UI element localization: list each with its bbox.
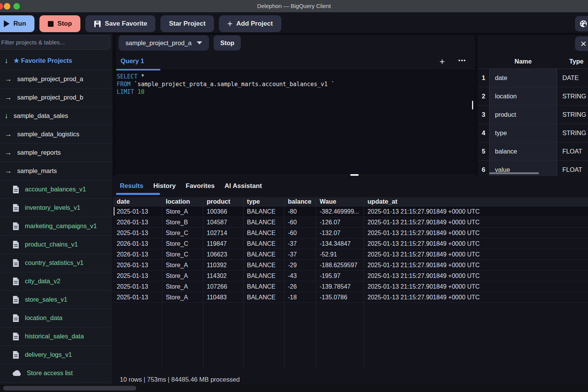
col-header-date[interactable]: date — [113, 198, 162, 205]
schema-row[interactable]: 1 date DATE — [478, 69, 588, 87]
project-selector-dropdown[interactable]: sample_project_prod_a — [119, 35, 209, 51]
cell-update-at: 2025-01-13 21:15:27.901849 +0000 UTC — [364, 262, 588, 269]
column-divider — [284, 197, 284, 369]
sidebar-item[interactable]: ↓ → sample_reports — [0, 144, 113, 162]
sidebar-item[interactable]: ↓ → city_data_v2 — [0, 272, 113, 291]
table-row[interactable]: 2026-01-13 Store_A 110392 BALANCE -29 -1… — [113, 260, 588, 271]
results-tab[interactable]: Favorites — [186, 182, 215, 190]
schema-row[interactable]: 2 location STRING — [478, 87, 588, 106]
file-icon — [12, 296, 20, 304]
tab-query-1[interactable]: Query 1 — [121, 57, 144, 65]
table-row[interactable]: 2025-01-13 Store_C 102714 BALANCE -60 -1… — [113, 228, 588, 238]
table-row[interactable]: 2025-01-13 Store_A 110483 BALANCE -18 -1… — [113, 292, 588, 303]
col-header-location[interactable]: location — [162, 198, 203, 205]
cell-location: Store_A — [162, 273, 203, 279]
table-row[interactable]: 2025-01-13 Store_A 100366 BALANCE -80 -3… — [113, 206, 588, 217]
editor-scrollbar-thumb[interactable] — [472, 101, 473, 109]
sidebar-item[interactable]: ↓ → product_chains_v1 — [0, 235, 113, 254]
cell-type: BALANCE — [243, 208, 284, 215]
sidebar-item[interactable]: ↓ → country_statistics_v1 — [0, 254, 113, 272]
splitter-drag-handle[interactable] — [350, 174, 359, 176]
table-row[interactable]: 2026-01-13 Store_C 106623 BALANCE -37 -5… — [113, 249, 588, 260]
star-project-button[interactable]: Star Project — [160, 15, 214, 32]
sidebar-item[interactable]: ↓ → Store access list — [0, 364, 113, 382]
col-header-value[interactable]: Waue — [316, 198, 364, 205]
add-project-button[interactable]: + Add Project — [219, 15, 281, 32]
results-header-row: date location product type balance Waue … — [113, 197, 588, 206]
sidebar-item[interactable]: ↓ → delivery_logs_v1 — [0, 346, 113, 364]
results-tab[interactable]: AI Assistant — [225, 182, 262, 190]
sidebar-item[interactable]: ↓ → inventory_levels_v1 — [0, 199, 113, 217]
stop-square-icon — [48, 21, 54, 27]
cell-value: -188.6259597 — [316, 262, 364, 269]
results-tab[interactable]: History — [153, 182, 176, 190]
cell-update-at: 2025-01-13 21:15:27.901849 +0000 UTC — [364, 283, 588, 290]
col-header-type[interactable]: type — [243, 198, 284, 205]
new-query-tab-button[interactable]: + — [439, 56, 445, 67]
sidebar-item[interactable]: ↓ → store_sales_v1 — [0, 291, 113, 309]
sidebar-item[interactable]: ↓ → sample_data_logistics — [0, 125, 113, 144]
cell-location: Store_A — [162, 208, 203, 215]
title-bar: Delephon — BigQuery Client — [0, 0, 588, 12]
col-header-update-at[interactable]: update_at — [364, 198, 588, 205]
sidebar-item[interactable]: ↓ → sample_project_prod_a — [0, 70, 113, 88]
arrow-right-icon: → — [5, 75, 12, 83]
sidebar-item[interactable]: ↓ → sample_marts — [0, 162, 113, 180]
cell-update-at: 2025-01-13 21:15:27.901849 +0000 UTC — [364, 240, 588, 247]
table-row[interactable]: 2026-01-13 Store_B 104587 BALANCE -60 -1… — [113, 217, 588, 228]
table-row[interactable]: 2025-01-13 Store_A 107266 BALANCE -26 -1… — [113, 281, 588, 292]
close-panel-button[interactable]: × — [575, 36, 588, 51]
stop-button[interactable]: Stop — [39, 15, 80, 32]
project-tree: ↓ → ★ Favorite Projects ↓ → — [0, 52, 113, 382]
column-divider — [316, 197, 316, 369]
bottom-scrollbar-thumb[interactable] — [3, 386, 136, 390]
sql-code-area[interactable]: SELECT * FROM `sample_project_prota_a.sa… — [116, 70, 475, 174]
schema-row[interactable]: 3 product STRING — [478, 106, 588, 124]
sidebar-item-label: ★ Favorite Projects — [14, 57, 72, 64]
table-row[interactable]: 2026-01-13 Store_C 119847 BALANCE -37 -1… — [113, 238, 588, 249]
column-divider — [364, 197, 364, 369]
col-header-balance[interactable]: balance — [284, 198, 316, 205]
sidebar-item[interactable]: ↓ → sample_project_prod_b — [0, 88, 113, 107]
table-row[interactable]: 2025-01-13 Store_A 114302 BALANCE -43 -1… — [113, 271, 588, 281]
results-tab[interactable]: Results — [120, 182, 143, 190]
cell-product: 104587 — [203, 219, 243, 226]
sidebar-item[interactable]: ↓ → account_balances_v1 — [0, 180, 113, 199]
tab-menu-button[interactable]: ••• — [458, 57, 466, 64]
cell-product: 114302 — [203, 273, 243, 279]
schema-scrollbar-thumb[interactable] — [489, 172, 539, 174]
schema-row-number: 6 — [478, 161, 489, 176]
schema-row[interactable]: 5 balance FLOAT — [478, 142, 588, 161]
sidebar-item-label: sample_data_logistics — [17, 131, 79, 138]
theme-palette-button[interactable] — [575, 16, 588, 31]
column-divider — [203, 197, 203, 369]
cell-product: 107266 — [203, 283, 243, 290]
query-stop-button[interactable]: Stop — [214, 35, 241, 51]
cell-balance: -18 — [284, 294, 316, 301]
sidebar-item[interactable]: ↓ → location_data — [0, 309, 113, 327]
schema-type-header: Type — [557, 58, 588, 65]
sidebar-item[interactable]: ↓ → historical_sales_data — [0, 327, 113, 346]
chevron-down-icon — [197, 41, 202, 44]
sidebar-item[interactable]: ↓ → marketing_campaigns_v1 — [0, 217, 113, 235]
cell-product: 110392 — [203, 262, 243, 269]
cell-update-at: 2025-01-13 21:15:27.901849 +0000 UTC — [364, 208, 588, 215]
cell-date: 2026-01-13 — [113, 251, 162, 258]
schema-row[interactable]: 4 type STRING — [478, 124, 588, 142]
filter-input[interactable] — [0, 35, 110, 50]
cell-value: -134.34847 — [316, 240, 364, 247]
sidebar-item-label: sample_project_prod_b — [17, 94, 83, 101]
col-header-product[interactable]: product — [203, 198, 243, 205]
schema-field-name: product — [489, 106, 557, 124]
save-favorite-button[interactable]: Save Favorite — [85, 15, 156, 32]
sidebar-item-label: sample_marts — [17, 167, 57, 175]
schema-field-type: STRING — [557, 106, 588, 124]
cell-product: 110483 — [203, 294, 243, 301]
active-results-tab-underline — [116, 193, 160, 195]
sidebar-item[interactable]: ↓ → sample_data_sales — [0, 107, 113, 125]
sidebar-item-label: historical_sales_data — [25, 333, 84, 340]
sidebar-item[interactable]: ↓ → ★ Favorite Projects — [0, 52, 113, 70]
cell-type: BALANCE — [243, 294, 284, 301]
run-button[interactable]: Run — [0, 15, 34, 32]
cell-balance: -60 — [284, 219, 316, 226]
